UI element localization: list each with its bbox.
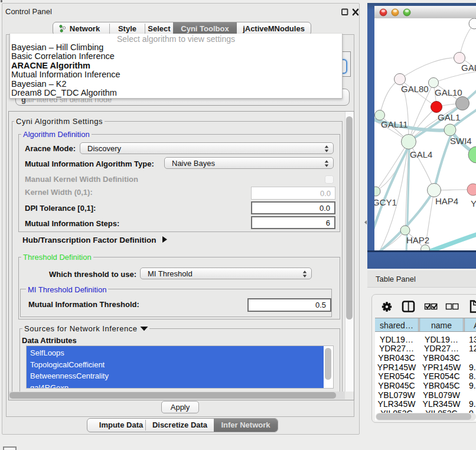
svg-text:GAL10: GAL10: [435, 87, 462, 97]
svg-text:GAL7: GAL7: [461, 63, 476, 73]
svg-text:HAP2: HAP2: [406, 235, 429, 245]
svg-text:SWI4: SWI4: [450, 136, 472, 146]
svg-text:GAL11: GAL11: [381, 119, 408, 129]
svg-text:HAP4: HAP4: [435, 196, 458, 206]
svg-text:GAL1: GAL1: [438, 112, 460, 122]
svg-text:GCY1: GCY1: [374, 197, 397, 207]
svg-text:YD: YD: [471, 198, 476, 208]
svg-text:GAL80: GAL80: [401, 84, 429, 94]
svg-text:GAL4: GAL4: [410, 149, 432, 159]
